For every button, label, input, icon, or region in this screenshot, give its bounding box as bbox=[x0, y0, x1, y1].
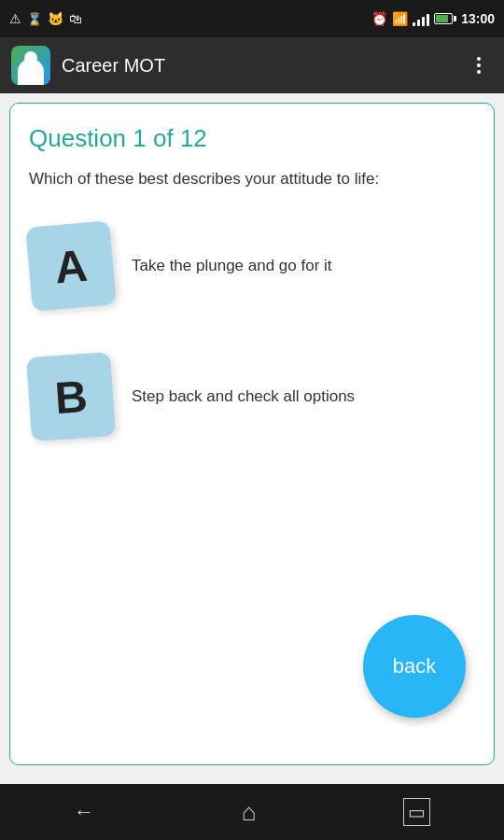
alarm-icon: ⏰ bbox=[371, 11, 387, 26]
voicemail-icon bbox=[27, 12, 42, 26]
warning-icon bbox=[9, 11, 21, 26]
time-display: 13:00 bbox=[461, 11, 495, 26]
wifi-icon: 📶 bbox=[392, 11, 408, 26]
app-icon bbox=[11, 46, 50, 85]
battery-indicator bbox=[434, 13, 456, 24]
question-card: Question 1 of 12 Which of these best des… bbox=[9, 103, 495, 765]
status-right: ⏰ 📶 13:00 bbox=[371, 11, 495, 26]
option-b-tile[interactable]: B bbox=[26, 352, 116, 441]
option-b-row: B Step back and check all options bbox=[29, 355, 475, 439]
option-a-tile[interactable]: A bbox=[25, 220, 117, 312]
cat-icon bbox=[48, 11, 63, 26]
nav-home-button[interactable]: ⌂ bbox=[242, 798, 257, 827]
option-b-label: Step back and check all options bbox=[132, 385, 355, 408]
nav-recents-button[interactable]: ▭ bbox=[403, 798, 430, 826]
bag-icon bbox=[69, 11, 82, 26]
nav-bar: ← ⌂ ▭ bbox=[0, 784, 504, 840]
status-icons bbox=[9, 11, 82, 26]
content-area: Question 1 of 12 Which of these best des… bbox=[0, 93, 504, 784]
option-a-row: A Take the plunge and go for it bbox=[29, 224, 475, 308]
app-bar: Career MOT bbox=[0, 37, 504, 93]
app-title: Career MOT bbox=[62, 55, 454, 77]
question-text: Which of these best describes your attit… bbox=[29, 168, 475, 190]
option-a-label: Take the plunge and go for it bbox=[132, 255, 332, 277]
back-button[interactable]: back bbox=[363, 615, 466, 718]
question-heading: Question 1 of 12 bbox=[29, 124, 475, 153]
back-button-label: back bbox=[393, 654, 436, 679]
nav-back-button[interactable]: ← bbox=[74, 800, 94, 824]
status-bar: ⏰ 📶 13:00 bbox=[0, 0, 504, 37]
signal-bars bbox=[413, 11, 429, 26]
overflow-menu-button[interactable] bbox=[465, 51, 493, 79]
